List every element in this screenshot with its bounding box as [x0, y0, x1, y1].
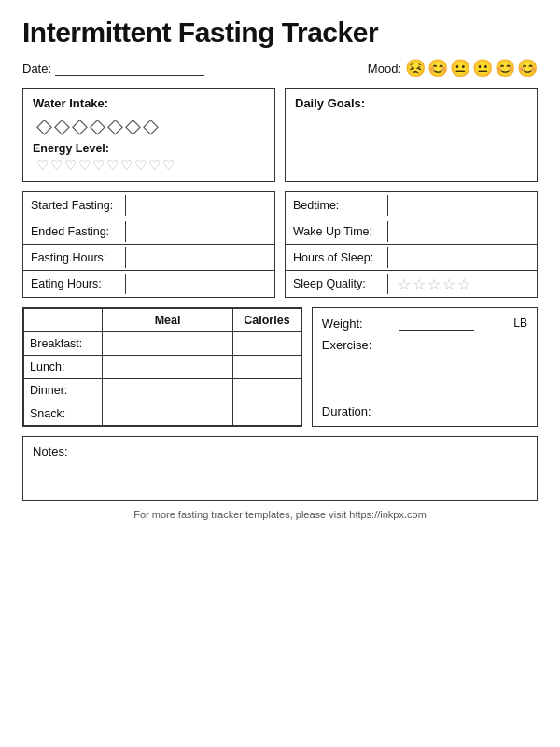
- dinner-calories[interactable]: [233, 379, 301, 402]
- meal-table: Meal Calories Breakfast: Lunch: Dinner:: [23, 308, 301, 426]
- fasting-hours-value[interactable]: [126, 254, 274, 261]
- lunch-meal[interactable]: [103, 356, 233, 379]
- weight-label: Weight:: [322, 317, 363, 331]
- date-field: Date:: [22, 61, 204, 76]
- wakeup-label: Wake Up Time:: [286, 221, 388, 242]
- mood-icon-6[interactable]: 😊: [517, 58, 538, 78]
- dinner-label: Dinner:: [24, 379, 103, 402]
- ended-fasting-label: Ended Fasting:: [23, 221, 126, 242]
- water-intake-box: Water Intake: ◇◇◇◇◇◇◇ Energy Level: ♡♡♡♡…: [22, 88, 275, 182]
- notes-box[interactable]: Notes:: [22, 436, 538, 501]
- table-row: Breakfast:: [24, 332, 301, 356]
- fasting-row-1: Started Fasting:: [23, 192, 274, 218]
- snack-meal[interactable]: [103, 402, 233, 426]
- footer: For more fasting tracker templates, plea…: [22, 509, 538, 520]
- fasting-row-3: Fasting Hours:: [23, 245, 274, 271]
- meal-col-meal: Meal: [103, 309, 233, 332]
- exercise-area: Exercise:: [322, 338, 527, 397]
- mood-icon-4[interactable]: 😐: [472, 58, 493, 78]
- breakfast-meal[interactable]: [103, 332, 233, 356]
- lunch-calories[interactable]: [233, 356, 301, 379]
- meal-col-blank: [24, 309, 103, 332]
- sleep-hours-label: Hours of Sleep:: [286, 247, 388, 268]
- mood-icon-3[interactable]: 😐: [450, 58, 470, 78]
- sleep-hours-row: Hours of Sleep:: [286, 245, 537, 271]
- eating-hours-value[interactable]: [126, 280, 274, 288]
- table-row: Snack:: [24, 402, 301, 426]
- notes-label: Notes:: [33, 444, 68, 458]
- mood-field: Mood: 😣 😊 😐 😐 😊 😊: [368, 58, 538, 78]
- mood-icons[interactable]: 😣 😊 😐 😐 😊 😊: [405, 58, 538, 78]
- fasting-left-box: Started Fasting: Ended Fasting: Fasting …: [22, 191, 275, 298]
- sleep-quality-row: Sleep Quality: ☆☆☆☆☆: [286, 271, 537, 297]
- started-fasting-label: Started Fasting:: [23, 195, 126, 216]
- mood-icon-1[interactable]: 😣: [405, 58, 426, 78]
- daily-goals-label: Daily Goals:: [295, 96, 527, 110]
- wakeup-row: Wake Up Time:: [286, 218, 537, 245]
- duration-label: Duration:: [322, 404, 371, 418]
- weight-box: Weight: LB Exercise: Duration:: [312, 307, 538, 427]
- mood-icon-5[interactable]: 😊: [495, 58, 515, 78]
- lb-label: LB: [513, 317, 527, 330]
- breakfast-calories[interactable]: [233, 332, 301, 356]
- duration-area: Duration:: [322, 404, 527, 418]
- page-title: Intermittent Fasting Tracker: [22, 17, 538, 49]
- lunch-label: Lunch:: [24, 356, 103, 379]
- eating-hours-label: Eating Hours:: [23, 274, 126, 294]
- breakfast-label: Breakfast:: [24, 332, 103, 356]
- fasting-right-box: Bedtime: Wake Up Time: Hours of Sleep: S…: [285, 191, 538, 298]
- table-row: Dinner:: [24, 379, 301, 402]
- fasting-row-4: Eating Hours:: [23, 271, 274, 297]
- daily-goals-box: Daily Goals:: [285, 88, 538, 182]
- date-input-line[interactable]: [55, 61, 204, 76]
- weight-row: Weight: LB: [322, 316, 527, 331]
- sleep-hours-value[interactable]: [388, 254, 537, 261]
- sleep-stars[interactable]: ☆☆☆☆☆: [394, 275, 476, 294]
- meal-col-calories: Calories: [233, 309, 301, 332]
- table-row: Lunch:: [24, 356, 301, 379]
- dinner-meal[interactable]: [103, 379, 233, 402]
- energy-level-label: Energy Level:: [33, 142, 265, 155]
- weight-input-line[interactable]: [399, 316, 474, 331]
- snack-label: Snack:: [24, 402, 103, 426]
- date-label: Date:: [22, 62, 51, 76]
- snack-calories[interactable]: [233, 402, 301, 426]
- ended-fasting-value[interactable]: [126, 228, 274, 235]
- bedtime-row: Bedtime:: [286, 192, 537, 218]
- exercise-label: Exercise:: [322, 338, 371, 352]
- mood-label: Mood:: [368, 62, 401, 76]
- sleep-quality-value[interactable]: ☆☆☆☆☆: [388, 272, 537, 297]
- bedtime-value[interactable]: [388, 202, 537, 209]
- energy-hearts[interactable]: ♡♡♡♡♡♡♡♡♡♡: [36, 157, 265, 174]
- sleep-quality-label: Sleep Quality:: [286, 274, 388, 294]
- water-drops[interactable]: ◇◇◇◇◇◇◇: [36, 114, 265, 138]
- wakeup-value[interactable]: [388, 228, 537, 235]
- fasting-hours-label: Fasting Hours:: [23, 247, 126, 268]
- meal-table-box: Meal Calories Breakfast: Lunch: Dinner:: [22, 307, 302, 427]
- water-intake-label: Water Intake:: [33, 96, 265, 110]
- bedtime-label: Bedtime:: [286, 195, 388, 216]
- mood-icon-2[interactable]: 😊: [427, 58, 448, 78]
- fasting-row-2: Ended Fasting:: [23, 218, 274, 245]
- started-fasting-value[interactable]: [126, 202, 274, 209]
